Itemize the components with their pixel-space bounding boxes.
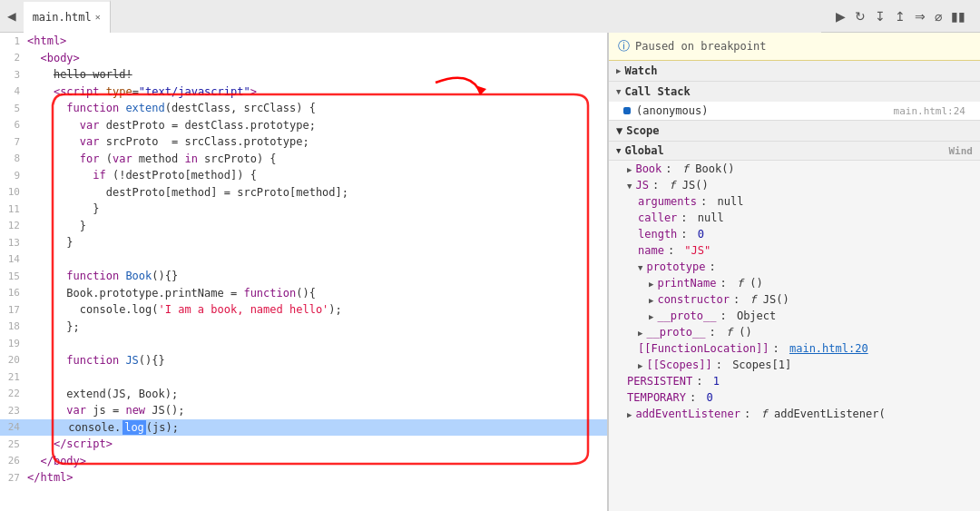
proto-js-prop-name: __proto__ bbox=[646, 326, 705, 339]
scope-item-proto-js[interactable]: ▶ __proto__ : f () bbox=[609, 324, 980, 340]
line-content: Book.prototype.printName = function(){ bbox=[27, 287, 607, 300]
line-number: 13 bbox=[0, 237, 27, 249]
line-content: console.log(js); bbox=[27, 421, 607, 434]
persistent-prop-name: PERSISTENT bbox=[627, 375, 692, 388]
scopes-prop-name: [[Scopes]] bbox=[646, 359, 711, 371]
tab-bar: main.html ✕ bbox=[24, 0, 821, 33]
main-html-tab[interactable]: main.html ✕ bbox=[24, 0, 111, 33]
call-stack-item[interactable]: (anonymous) main.html:24 bbox=[609, 102, 980, 120]
funcloc-prop-val[interactable]: main.html:20 bbox=[789, 342, 868, 355]
line-number: 8 bbox=[0, 152, 27, 164]
addeventlistener-prop-val: f addEventListener( bbox=[760, 408, 885, 420]
js-prop-val: f JS() bbox=[669, 179, 708, 192]
line-number: 12 bbox=[0, 220, 27, 231]
line-number: 1 bbox=[0, 35, 27, 47]
code-line-19: 19 bbox=[0, 335, 607, 352]
line-number: 11 bbox=[0, 203, 27, 215]
deactivate-button[interactable]: ⌀ bbox=[935, 9, 942, 24]
scope-item-persistent[interactable]: PERSISTENT : 1 bbox=[609, 373, 980, 389]
line-content: function Book(){} bbox=[27, 270, 607, 282]
scope-item-scopes[interactable]: ▶ [[Scopes]] : Scopes[1] bbox=[609, 357, 980, 373]
line-number: 17 bbox=[0, 304, 27, 316]
line-number: 23 bbox=[0, 405, 27, 417]
persistent-prop-val: 1 bbox=[713, 375, 720, 388]
global-label: Global bbox=[624, 144, 663, 157]
scopes-colon: : bbox=[716, 359, 729, 371]
prototype-prop-name: prototype bbox=[646, 260, 705, 273]
global-right-label: Wind bbox=[949, 145, 974, 157]
step-button[interactable]: ⇒ bbox=[915, 9, 926, 24]
back-icon[interactable]: ◀ bbox=[7, 7, 16, 25]
line-number: 25 bbox=[0, 438, 27, 450]
prototype-arrow-icon: ▼ bbox=[638, 263, 642, 272]
line-number: 7 bbox=[0, 136, 27, 148]
code-line-11: 11 } bbox=[0, 201, 607, 218]
proto-js-colon: : bbox=[709, 326, 721, 339]
proto-inner-arrow-icon: ▶ bbox=[649, 312, 653, 321]
scope-header[interactable]: ▼ Scope bbox=[609, 121, 980, 142]
global-header[interactable]: ▼ Global Wind bbox=[609, 142, 980, 161]
step-out-button[interactable]: ↥ bbox=[895, 9, 906, 24]
scope-label: Scope bbox=[626, 124, 659, 137]
scope-item-js[interactable]: ▼ JS : f JS() bbox=[609, 177, 980, 193]
name-prop-val: "JS" bbox=[684, 244, 710, 257]
line-number: 5 bbox=[0, 103, 27, 114]
line-number: 10 bbox=[0, 186, 27, 198]
scope-item-caller[interactable]: caller : null bbox=[609, 210, 980, 226]
line-content: } bbox=[27, 202, 607, 215]
scope-item-temporary[interactable]: TEMPORARY : 0 bbox=[609, 389, 980, 406]
call-stack-label: Call Stack bbox=[624, 85, 690, 98]
code-line-15: 15 function Book(){} bbox=[0, 268, 607, 285]
scope-item-constructor[interactable]: ▶ constructor : f JS() bbox=[609, 291, 980, 308]
scope-item-prototype[interactable]: ▼ prototype : bbox=[609, 259, 980, 275]
code-line-14: 14 bbox=[0, 251, 607, 269]
funcloc-colon: : bbox=[773, 342, 786, 355]
scope-item-funcloc[interactable]: [[FunctionLocation]] : main.html:20 bbox=[609, 340, 980, 357]
line-content: </body> bbox=[27, 455, 607, 467]
scope-item-arguments[interactable]: arguments : null bbox=[609, 193, 980, 210]
step-over-button[interactable]: ↻ bbox=[855, 9, 866, 24]
resume-button[interactable]: ▶ bbox=[836, 9, 846, 24]
code-line-27: 27</html> bbox=[0, 469, 607, 486]
line-number: 27 bbox=[0, 472, 27, 484]
scopes-arrow-icon: ▶ bbox=[638, 361, 642, 370]
code-line-21: 21 bbox=[0, 369, 607, 386]
scope-item-length[interactable]: length : 0 bbox=[609, 226, 980, 242]
constructor-arrow-icon: ▶ bbox=[649, 296, 653, 305]
length-colon: : bbox=[681, 228, 693, 241]
line-number: 18 bbox=[0, 320, 27, 332]
constructor-prop-name: constructor bbox=[657, 293, 729, 306]
line-number: 22 bbox=[0, 388, 27, 399]
tab-label: main.html bbox=[33, 11, 92, 24]
code-line-8: 8 for (var method in srcProto) { bbox=[0, 151, 607, 168]
line-content: function extend(destClass, srcClass) { bbox=[27, 102, 607, 114]
scope-item-addeventlistener[interactable]: ▶ addEventListener : f addEventListener( bbox=[609, 406, 980, 422]
breakpoint-text: Paused on breakpoint bbox=[635, 40, 767, 53]
step-into-button[interactable]: ↧ bbox=[875, 9, 886, 24]
line-number: 26 bbox=[0, 455, 27, 467]
call-stack-header[interactable]: ▼ Call Stack bbox=[609, 82, 980, 102]
line-content: console.log('I am a book, named hello'); bbox=[27, 303, 607, 316]
line-number: 2 bbox=[0, 52, 27, 64]
printname-prop-name: printName bbox=[657, 277, 716, 290]
scope-item-printname[interactable]: ▶ printName : f () bbox=[609, 275, 980, 291]
code-lines: 1<html>2 <body>3 hello world!4 <script t… bbox=[0, 33, 607, 511]
arguments-prop-val: null bbox=[717, 195, 743, 208]
line-content: hello world! bbox=[27, 68, 607, 81]
watch-header[interactable]: ▶ Watch bbox=[609, 61, 980, 81]
scope-item-proto-inner[interactable]: ▶ __proto__ : Object bbox=[609, 308, 980, 324]
tab-close-icon[interactable]: ✕ bbox=[95, 12, 101, 22]
book-prop-name: Book bbox=[635, 162, 662, 175]
line-number: 15 bbox=[0, 270, 27, 282]
line-number: 3 bbox=[0, 69, 27, 81]
line-content: } bbox=[27, 236, 607, 249]
code-line-12: 12 } bbox=[0, 218, 607, 235]
pause-button[interactable]: ▮▮ bbox=[951, 9, 965, 24]
scope-item-name[interactable]: name : "JS" bbox=[609, 242, 980, 259]
line-content: var srcProto = srcClass.prototype; bbox=[27, 135, 607, 148]
line-content: </html> bbox=[27, 471, 607, 484]
scopes-prop-val: Scopes[1] bbox=[732, 359, 791, 371]
line-content: } bbox=[27, 220, 607, 232]
scope-item-book[interactable]: ▶ Book : f Book() bbox=[609, 161, 980, 177]
code-line-22: 22 extend(JS, Book); bbox=[0, 386, 607, 403]
